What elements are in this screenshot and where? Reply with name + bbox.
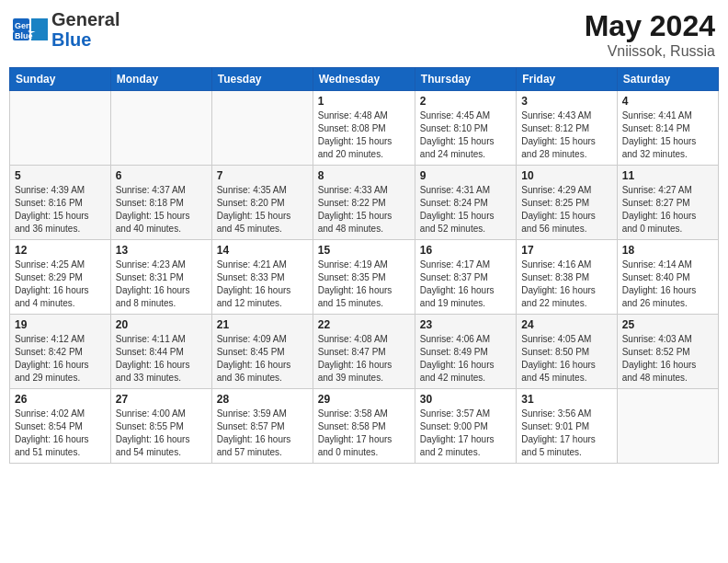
calendar-day-cell: 4Sunrise: 4:41 AM Sunset: 8:14 PM Daylig… bbox=[617, 91, 718, 166]
calendar-day-cell: 30Sunrise: 3:57 AM Sunset: 9:00 PM Dayli… bbox=[415, 389, 516, 464]
day-number: 6 bbox=[116, 169, 207, 182]
calendar-day-cell: 29Sunrise: 3:58 AM Sunset: 8:58 PM Dayli… bbox=[313, 389, 415, 464]
weekday-header-row: SundayMondayTuesdayWednesdayThursdayFrid… bbox=[10, 68, 719, 91]
day-number: 3 bbox=[521, 95, 611, 108]
day-number: 4 bbox=[622, 95, 713, 108]
day-info: Sunrise: 4:33 AM Sunset: 8:22 PM Dayligh… bbox=[318, 184, 410, 236]
calendar-week-row: 5Sunrise: 4:39 AM Sunset: 8:16 PM Daylig… bbox=[10, 166, 719, 240]
day-info: Sunrise: 4:00 AM Sunset: 8:55 PM Dayligh… bbox=[116, 408, 207, 459]
calendar-day-cell: 23Sunrise: 4:06 AM Sunset: 8:49 PM Dayli… bbox=[415, 315, 516, 389]
calendar-day-cell: 14Sunrise: 4:21 AM Sunset: 8:33 PM Dayli… bbox=[211, 240, 313, 315]
day-info: Sunrise: 4:11 AM Sunset: 8:44 PM Dayligh… bbox=[116, 333, 207, 385]
calendar-day-cell: 18Sunrise: 4:14 AM Sunset: 8:40 PM Dayli… bbox=[617, 240, 718, 315]
calendar-empty-cell bbox=[211, 91, 313, 166]
calendar-empty-cell bbox=[10, 91, 111, 166]
day-number: 10 bbox=[521, 169, 611, 182]
calendar-day-cell: 13Sunrise: 4:23 AM Sunset: 8:31 PM Dayli… bbox=[110, 240, 211, 315]
day-number: 19 bbox=[15, 318, 106, 331]
day-info: Sunrise: 4:41 AM Sunset: 8:14 PM Dayligh… bbox=[622, 109, 713, 161]
day-number: 8 bbox=[318, 169, 410, 182]
day-number: 1 bbox=[318, 95, 410, 108]
svg-text:Gen: Gen bbox=[15, 21, 31, 30]
day-info: Sunrise: 4:08 AM Sunset: 8:47 PM Dayligh… bbox=[318, 333, 410, 385]
day-info: Sunrise: 4:21 AM Sunset: 8:33 PM Dayligh… bbox=[217, 259, 308, 310]
calendar-day-cell: 19Sunrise: 4:12 AM Sunset: 8:42 PM Dayli… bbox=[10, 315, 111, 389]
calendar-day-cell: 26Sunrise: 4:02 AM Sunset: 8:54 PM Dayli… bbox=[10, 389, 111, 464]
day-number: 23 bbox=[420, 318, 511, 331]
calendar-day-cell: 5Sunrise: 4:39 AM Sunset: 8:16 PM Daylig… bbox=[10, 166, 111, 240]
day-number: 24 bbox=[521, 318, 611, 331]
day-info: Sunrise: 4:06 AM Sunset: 8:49 PM Dayligh… bbox=[420, 333, 511, 385]
logo-general: General bbox=[51, 9, 119, 29]
calendar-week-row: 12Sunrise: 4:25 AM Sunset: 8:29 PM Dayli… bbox=[10, 240, 719, 315]
day-number: 18 bbox=[622, 244, 713, 257]
day-number: 29 bbox=[318, 393, 410, 406]
day-info: Sunrise: 4:35 AM Sunset: 8:20 PM Dayligh… bbox=[217, 184, 308, 236]
day-number: 20 bbox=[116, 318, 207, 331]
calendar-day-cell: 20Sunrise: 4:11 AM Sunset: 8:44 PM Dayli… bbox=[110, 315, 211, 389]
weekday-header-tuesday: Tuesday bbox=[211, 68, 313, 91]
weekday-header-wednesday: Wednesday bbox=[313, 68, 415, 91]
title-block: May 2024 Vniissok, Russia bbox=[585, 9, 715, 60]
day-info: Sunrise: 4:03 AM Sunset: 8:52 PM Dayligh… bbox=[622, 333, 713, 385]
calendar-day-cell: 24Sunrise: 4:05 AM Sunset: 8:50 PM Dayli… bbox=[517, 315, 617, 389]
day-info: Sunrise: 4:16 AM Sunset: 8:38 PM Dayligh… bbox=[521, 259, 611, 310]
day-info: Sunrise: 4:17 AM Sunset: 8:37 PM Dayligh… bbox=[420, 259, 511, 310]
calendar-empty-cell bbox=[617, 389, 718, 464]
calendar-table: SundayMondayTuesdayWednesdayThursdayFrid… bbox=[9, 67, 719, 464]
calendar-day-cell: 6Sunrise: 4:37 AM Sunset: 8:18 PM Daylig… bbox=[110, 166, 211, 240]
day-number: 16 bbox=[420, 244, 511, 257]
logo-blue: Blue bbox=[51, 29, 119, 50]
page-header: Gen Blue General Blue May 2024 Vniissok,… bbox=[9, 9, 719, 60]
location: Vniissok, Russia bbox=[585, 43, 715, 60]
calendar-day-cell: 16Sunrise: 4:17 AM Sunset: 8:37 PM Dayli… bbox=[415, 240, 516, 315]
weekday-header-friday: Friday bbox=[517, 68, 617, 91]
calendar-day-cell: 7Sunrise: 4:35 AM Sunset: 8:20 PM Daylig… bbox=[211, 166, 313, 240]
day-number: 2 bbox=[420, 95, 511, 108]
calendar-day-cell: 3Sunrise: 4:43 AM Sunset: 8:12 PM Daylig… bbox=[517, 91, 617, 166]
day-number: 26 bbox=[15, 393, 106, 406]
day-info: Sunrise: 4:27 AM Sunset: 8:27 PM Dayligh… bbox=[622, 184, 713, 236]
day-info: Sunrise: 4:09 AM Sunset: 8:45 PM Dayligh… bbox=[217, 333, 308, 385]
calendar-week-row: 26Sunrise: 4:02 AM Sunset: 8:54 PM Dayli… bbox=[10, 389, 719, 464]
calendar-day-cell: 9Sunrise: 4:31 AM Sunset: 8:24 PM Daylig… bbox=[415, 166, 516, 240]
weekday-header-monday: Monday bbox=[110, 68, 211, 91]
day-info: Sunrise: 4:05 AM Sunset: 8:50 PM Dayligh… bbox=[521, 333, 611, 385]
calendar-day-cell: 25Sunrise: 4:03 AM Sunset: 8:52 PM Dayli… bbox=[617, 315, 718, 389]
day-info: Sunrise: 3:59 AM Sunset: 8:57 PM Dayligh… bbox=[217, 408, 308, 459]
calendar-empty-cell bbox=[110, 91, 211, 166]
day-info: Sunrise: 4:45 AM Sunset: 8:10 PM Dayligh… bbox=[420, 109, 511, 161]
weekday-header-thursday: Thursday bbox=[415, 68, 516, 91]
calendar-day-cell: 2Sunrise: 4:45 AM Sunset: 8:10 PM Daylig… bbox=[415, 91, 516, 166]
day-info: Sunrise: 4:29 AM Sunset: 8:25 PM Dayligh… bbox=[521, 184, 611, 236]
day-number: 21 bbox=[217, 318, 308, 331]
day-number: 5 bbox=[15, 169, 106, 182]
calendar-day-cell: 12Sunrise: 4:25 AM Sunset: 8:29 PM Dayli… bbox=[10, 240, 111, 315]
calendar-week-row: 19Sunrise: 4:12 AM Sunset: 8:42 PM Dayli… bbox=[10, 315, 719, 389]
calendar-day-cell: 31Sunrise: 3:56 AM Sunset: 9:01 PM Dayli… bbox=[517, 389, 617, 464]
day-info: Sunrise: 4:37 AM Sunset: 8:18 PM Dayligh… bbox=[116, 184, 207, 236]
day-number: 14 bbox=[217, 244, 308, 257]
day-info: Sunrise: 4:12 AM Sunset: 8:42 PM Dayligh… bbox=[15, 333, 106, 385]
day-info: Sunrise: 4:02 AM Sunset: 8:54 PM Dayligh… bbox=[15, 408, 106, 459]
calendar-day-cell: 1Sunrise: 4:48 AM Sunset: 8:08 PM Daylig… bbox=[313, 91, 415, 166]
calendar-day-cell: 8Sunrise: 4:33 AM Sunset: 8:22 PM Daylig… bbox=[313, 166, 415, 240]
month-year: May 2024 bbox=[585, 9, 715, 43]
day-number: 15 bbox=[318, 244, 410, 257]
day-number: 25 bbox=[622, 318, 713, 331]
day-number: 22 bbox=[318, 318, 410, 331]
day-info: Sunrise: 4:31 AM Sunset: 8:24 PM Dayligh… bbox=[420, 184, 511, 236]
day-number: 30 bbox=[420, 393, 511, 406]
logo-icon: Gen Blue bbox=[13, 15, 48, 44]
calendar-day-cell: 21Sunrise: 4:09 AM Sunset: 8:45 PM Dayli… bbox=[211, 315, 313, 389]
day-number: 9 bbox=[420, 169, 511, 182]
day-info: Sunrise: 4:43 AM Sunset: 8:12 PM Dayligh… bbox=[521, 109, 611, 161]
weekday-header-sunday: Sunday bbox=[10, 68, 111, 91]
day-number: 28 bbox=[217, 393, 308, 406]
day-number: 27 bbox=[116, 393, 207, 406]
calendar-day-cell: 17Sunrise: 4:16 AM Sunset: 8:38 PM Dayli… bbox=[517, 240, 617, 315]
calendar-day-cell: 10Sunrise: 4:29 AM Sunset: 8:25 PM Dayli… bbox=[517, 166, 617, 240]
calendar-day-cell: 11Sunrise: 4:27 AM Sunset: 8:27 PM Dayli… bbox=[617, 166, 718, 240]
day-info: Sunrise: 3:56 AM Sunset: 9:01 PM Dayligh… bbox=[521, 408, 611, 459]
day-number: 31 bbox=[521, 393, 611, 406]
